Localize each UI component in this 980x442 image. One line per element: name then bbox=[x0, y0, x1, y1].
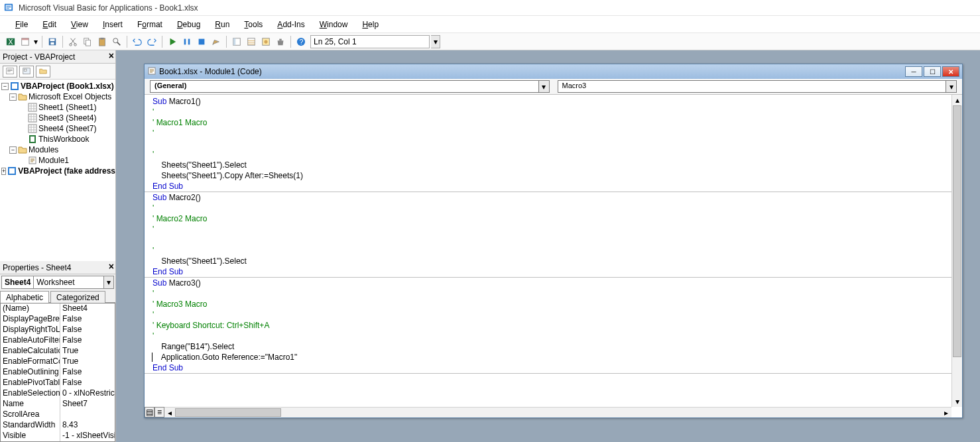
code-window-titlebar[interactable]: Book1.xlsx - Module1 (Code) ─ ☐ ✕ bbox=[145, 64, 962, 79]
scroll-thumb[interactable] bbox=[175, 408, 281, 417]
menu-view[interactable]: View bbox=[65, 18, 94, 31]
code-line[interactable]: ' bbox=[153, 203, 962, 213]
menu-run[interactable]: Run bbox=[209, 18, 235, 31]
code-editor[interactable]: Sub Macro1()'' Macro1 Macro' ' Sheets("S… bbox=[145, 95, 962, 374]
prop-value[interactable]: True bbox=[60, 346, 115, 357]
code-line[interactable]: Application.Goto Reference:="Macro1" bbox=[153, 352, 962, 362]
toolbox-icon[interactable] bbox=[274, 35, 287, 48]
help-icon[interactable]: ? bbox=[294, 35, 308, 48]
prop-row[interactable]: Visible-1 - xlSheetVisible bbox=[1, 431, 115, 441]
scroll-right-icon[interactable]: ▸ bbox=[941, 408, 951, 417]
code-line[interactable]: End Sub bbox=[153, 181, 962, 192]
tree-excel-objects[interactable]: −Microsoft Excel Objects bbox=[0, 91, 115, 102]
prop-row[interactable]: StandardWidth8.43 bbox=[1, 420, 115, 431]
menu-insert[interactable]: Insert bbox=[97, 18, 129, 31]
menu-tools[interactable]: Tools bbox=[238, 18, 269, 31]
code-line[interactable] bbox=[153, 235, 962, 245]
prop-value[interactable]: False bbox=[60, 367, 115, 378]
dropdown-icon[interactable]: ▾ bbox=[33, 35, 38, 48]
toggle-folders-icon[interactable] bbox=[36, 66, 50, 78]
prop-value[interactable]: True bbox=[60, 357, 115, 367]
view-object-icon[interactable] bbox=[19, 66, 34, 78]
tree-modules[interactable]: −Modules bbox=[0, 144, 115, 155]
expand-icon[interactable]: + bbox=[1, 168, 6, 175]
prop-value[interactable]: 8.43 bbox=[60, 420, 115, 431]
code-line[interactable]: ' Macro3 Macro bbox=[153, 299, 962, 309]
tree-sheet[interactable]: Sheet1 (Sheet1) bbox=[0, 102, 115, 113]
view-excel-icon[interactable]: X bbox=[4, 35, 17, 48]
dropdown-icon[interactable]: ▾ bbox=[946, 80, 957, 93]
prop-value[interactable]: -1 - xlSheetVisible bbox=[60, 431, 115, 441]
scroll-down-icon[interactable]: ▾ bbox=[952, 396, 962, 407]
position-dropdown-icon[interactable]: ▾ bbox=[431, 35, 440, 48]
tree-project-root2[interactable]: +VBAProject (fake address bbox=[0, 166, 115, 176]
prop-value[interactable]: False bbox=[60, 378, 115, 388]
view-code-icon[interactable] bbox=[3, 66, 17, 78]
code-line[interactable]: ' bbox=[153, 288, 962, 299]
code-line[interactable]: ' bbox=[153, 107, 962, 117]
cut-icon[interactable] bbox=[66, 35, 80, 48]
code-line[interactable]: Sheets("Sheet1").Select bbox=[153, 160, 962, 170]
tree-module1[interactable]: Module1 bbox=[0, 155, 115, 166]
prop-row[interactable]: EnableSelection0 - xlNoRestrictions bbox=[1, 388, 115, 399]
menu-format[interactable]: Format bbox=[131, 18, 168, 31]
prop-value[interactable] bbox=[60, 410, 115, 420]
scroll-up-icon[interactable]: ▴ bbox=[952, 95, 962, 105]
insert-module-icon[interactable] bbox=[19, 35, 32, 48]
prop-row[interactable]: DisplayRightToLeftFalse bbox=[1, 325, 115, 335]
tab-categorized[interactable]: Categorized bbox=[50, 291, 105, 303]
prop-value[interactable]: Sheet7 bbox=[60, 399, 115, 410]
paste-icon[interactable] bbox=[95, 35, 109, 48]
horizontal-scrollbar[interactable]: ◂ ▸ bbox=[164, 407, 951, 417]
procedure-dropdown[interactable]: Macro3▾ bbox=[558, 80, 957, 93]
prop-value[interactable]: False bbox=[60, 325, 115, 335]
close-icon[interactable]: × bbox=[109, 261, 114, 272]
prop-value[interactable]: 0 - xlNoRestrictions bbox=[60, 388, 115, 399]
break-icon[interactable] bbox=[180, 35, 194, 48]
code-line[interactable]: End Sub bbox=[153, 362, 962, 373]
undo-icon[interactable] bbox=[131, 35, 144, 48]
minimize-button[interactable]: ─ bbox=[905, 66, 922, 77]
properties-icon[interactable] bbox=[245, 35, 258, 48]
code-line[interactable]: ' bbox=[153, 224, 962, 235]
scroll-thumb[interactable] bbox=[953, 105, 961, 357]
code-line[interactable]: Sub Macro2() bbox=[153, 192, 962, 203]
maximize-button[interactable]: ☐ bbox=[924, 66, 941, 77]
object-dropdown[interactable]: (General)▾ bbox=[150, 80, 550, 93]
prop-row[interactable]: EnableAutoFilterFalse bbox=[1, 335, 115, 346]
design-mode-icon[interactable] bbox=[210, 35, 223, 48]
collapse-icon[interactable]: − bbox=[9, 146, 17, 154]
tree-sheet[interactable]: Sheet3 (Sheet4) bbox=[0, 113, 115, 123]
copy-icon[interactable] bbox=[81, 35, 94, 48]
prop-row[interactable]: EnablePivotTableFalse bbox=[1, 378, 115, 388]
menu-edit[interactable]: Edit bbox=[36, 18, 62, 31]
tree-thisworkbook[interactable]: ThisWorkbook bbox=[0, 134, 115, 144]
code-line[interactable] bbox=[153, 138, 962, 149]
code-line[interactable]: ' bbox=[153, 331, 962, 341]
prop-row[interactable]: EnableCalculationTrue bbox=[1, 346, 115, 357]
menu-window[interactable]: Window bbox=[314, 18, 354, 31]
code-line[interactable]: Sub Macro1() bbox=[153, 96, 962, 107]
prop-value[interactable]: False bbox=[60, 314, 115, 325]
find-icon[interactable] bbox=[110, 35, 123, 48]
collapse-icon[interactable]: − bbox=[9, 93, 17, 101]
close-button[interactable]: ✕ bbox=[942, 66, 959, 77]
code-line[interactable]: ' bbox=[153, 245, 962, 256]
properties-object-combo[interactable]: Sheet4 Worksheet ▾ bbox=[1, 276, 114, 289]
full-module-view-icon[interactable]: ≡ bbox=[154, 407, 164, 417]
menu-addins[interactable]: Add-Ins bbox=[271, 18, 310, 31]
code-line[interactable]: ' Keyboard Shortcut: Ctrl+Shift+A bbox=[153, 320, 962, 331]
prop-row[interactable]: DisplayPageBreaksFalse bbox=[1, 314, 115, 325]
project-tree[interactable]: −VBAProject (Book1.xlsx) −Microsoft Exce… bbox=[0, 80, 115, 261]
properties-grid[interactable]: (Name)Sheet4DisplayPageBreaksFalseDispla… bbox=[0, 303, 115, 442]
code-line[interactable]: ' bbox=[153, 309, 962, 320]
object-browser-icon[interactable] bbox=[259, 35, 273, 48]
vertical-scrollbar[interactable]: ▴ ▾ bbox=[951, 95, 962, 407]
prop-value[interactable]: Sheet4 bbox=[60, 304, 115, 314]
dropdown-icon[interactable]: ▾ bbox=[539, 80, 550, 93]
code-line[interactable]: Range("B14").Select bbox=[153, 341, 962, 352]
dropdown-icon[interactable]: ▾ bbox=[103, 276, 114, 289]
menu-file[interactable]: File bbox=[9, 18, 34, 31]
code-line[interactable]: Sheets("Sheet1").Select bbox=[153, 256, 962, 266]
prop-row[interactable]: EnableFormatConTrue bbox=[1, 357, 115, 367]
